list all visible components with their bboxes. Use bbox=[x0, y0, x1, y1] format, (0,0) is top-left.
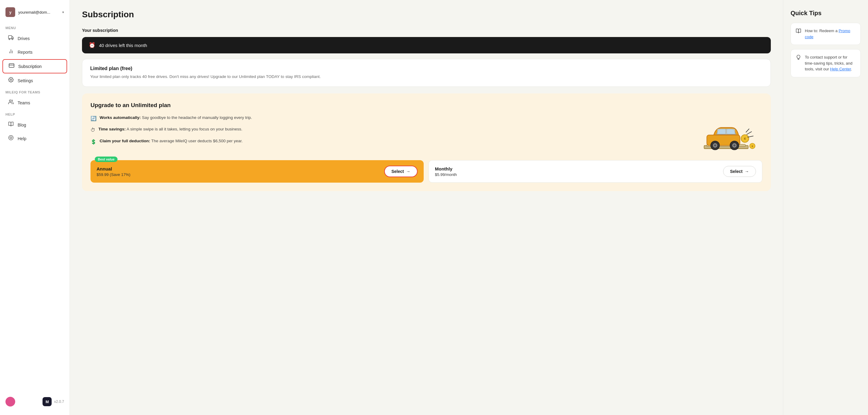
help-center-link[interactable]: Help Center bbox=[830, 67, 851, 71]
limited-plan-card: Limited plan (free) Your limited plan on… bbox=[82, 59, 771, 87]
menu-section-label: Menu bbox=[0, 23, 69, 32]
svg-line-25 bbox=[747, 132, 751, 134]
sidebar-footer: M v2.0.7 bbox=[0, 393, 69, 410]
quick-tips-title: Quick Tips bbox=[790, 10, 861, 17]
monthly-select-label: Select bbox=[730, 169, 743, 174]
user-header[interactable]: y youremail@dom... ▾ bbox=[0, 5, 69, 23]
sidebar-item-subscription[interactable]: Subscription bbox=[2, 59, 67, 73]
upgrade-illustration: ¢ ¢ bbox=[695, 115, 762, 154]
best-value-badge: Best value bbox=[95, 157, 118, 162]
sidebar-item-label: Help bbox=[18, 136, 26, 141]
tip-card-support: To contact support or for time-saving ti… bbox=[790, 49, 861, 77]
teams-section-label: MileIQ for Teams bbox=[0, 88, 69, 96]
sidebar-item-reports[interactable]: Reports bbox=[2, 45, 67, 59]
promo-code-link[interactable]: Promo code bbox=[805, 29, 850, 39]
main-content: Subscription Your subscription ⏰ 40 driv… bbox=[70, 0, 783, 415]
sidebar-item-teams[interactable]: Teams bbox=[2, 96, 67, 109]
svg-point-10 bbox=[9, 136, 13, 140]
annual-plan-price: $59.99 (Save 17%) bbox=[97, 172, 130, 177]
svg-rect-6 bbox=[9, 64, 14, 67]
clock-icon: ⏰ bbox=[89, 42, 95, 48]
deduction-icon: 💲 bbox=[91, 138, 97, 145]
sidebar-item-blog[interactable]: Blog bbox=[2, 118, 67, 131]
svg-point-8 bbox=[10, 79, 12, 81]
monthly-pricing-info: Monthly $5.99/month bbox=[435, 166, 457, 177]
version-text: v2.0.7 bbox=[54, 400, 64, 404]
annual-select-label: Select bbox=[392, 169, 404, 174]
upgrade-body: 🔄 Works automatically: Say goodbye to th… bbox=[91, 115, 762, 154]
time-icon: ⏱ bbox=[91, 127, 95, 134]
sidebar-item-label: Teams bbox=[18, 100, 30, 105]
svg-point-2 bbox=[12, 38, 13, 40]
upgrade-features: 🔄 Works automatically: Say goodbye to th… bbox=[91, 115, 688, 149]
arrow-right-icon: → bbox=[745, 169, 749, 174]
svg-point-19 bbox=[714, 144, 716, 146]
feature-text: Claim your full deduction: The average M… bbox=[100, 138, 243, 144]
pricing-options: Best value Annual $59.99 (Save 17%) Sele… bbox=[91, 160, 762, 183]
annual-pricing-info: Annual $59.99 (Save 17%) bbox=[97, 166, 130, 177]
lightbulb-icon bbox=[796, 55, 801, 63]
feature-item-auto: 🔄 Works automatically: Say goodbye to th… bbox=[91, 115, 688, 122]
sidebar-item-drives[interactable]: Drives bbox=[2, 32, 67, 45]
upgrade-card: Upgrade to an Unlimited plan 🔄 Works aut… bbox=[82, 94, 771, 191]
avatar: y bbox=[5, 7, 15, 17]
help-section-label: Help bbox=[0, 109, 69, 118]
chevron-down-icon: ▾ bbox=[62, 10, 64, 14]
auto-icon: 🔄 bbox=[91, 115, 97, 122]
svg-point-11 bbox=[10, 137, 12, 139]
svg-point-9 bbox=[9, 100, 11, 102]
feature-text: Time savings: A simple swipe is all it t… bbox=[98, 126, 242, 132]
sidebar-item-label: Drives bbox=[18, 36, 30, 41]
sidebar-item-label: Reports bbox=[18, 50, 32, 55]
annual-plan-name: Annual bbox=[97, 166, 130, 171]
svg-rect-16 bbox=[727, 129, 735, 134]
page-title: Subscription bbox=[82, 10, 771, 20]
drives-banner-text: 40 drives left this month bbox=[99, 43, 147, 48]
svg-rect-15 bbox=[717, 129, 725, 134]
app-version: M v2.0.7 bbox=[42, 397, 64, 406]
svg-line-27 bbox=[746, 129, 749, 132]
limited-plan-description: Your limited plan only tracks 40 free dr… bbox=[90, 74, 763, 80]
help-icon bbox=[8, 135, 14, 142]
sidebar-item-help[interactable]: Help bbox=[2, 132, 67, 145]
feature-item-time: ⏱ Time savings: A simple swipe is all it… bbox=[91, 126, 688, 134]
monthly-plan-name: Monthly bbox=[435, 166, 457, 171]
app-logo: M bbox=[42, 397, 52, 406]
svg-text:¢: ¢ bbox=[744, 137, 746, 140]
reports-icon bbox=[8, 48, 14, 56]
arrow-right-icon: → bbox=[406, 169, 410, 174]
settings-icon bbox=[8, 77, 14, 84]
sidebar-item-label: Settings bbox=[18, 78, 33, 83]
monthly-plan-price: $5.99/month bbox=[435, 172, 457, 177]
tip-text: To contact support or for time-saving ti… bbox=[805, 54, 856, 72]
annual-plan-card: Best value Annual $59.99 (Save 17%) Sele… bbox=[91, 160, 424, 183]
blog-icon bbox=[8, 122, 14, 128]
svg-point-1 bbox=[9, 38, 10, 40]
tip-card-promo: How to: Redeem a Promo code bbox=[790, 23, 861, 45]
feature-item-deduction: 💲 Claim your full deduction: The average… bbox=[91, 138, 688, 145]
your-subscription-label: Your subscription bbox=[82, 28, 771, 33]
sidebar-item-settings[interactable]: Settings bbox=[2, 74, 67, 87]
limited-plan-title: Limited plan (free) bbox=[90, 66, 763, 71]
sidebar-item-label: Subscription bbox=[18, 64, 41, 69]
monthly-select-button[interactable]: Select → bbox=[723, 166, 756, 177]
svg-point-22 bbox=[734, 144, 736, 146]
annual-select-button[interactable]: Select → bbox=[384, 166, 417, 177]
right-panel: Quick Tips How to: Redeem a Promo code T… bbox=[783, 0, 868, 415]
monthly-plan-card: Monthly $5.99/month Select → bbox=[429, 160, 762, 183]
feature-text: Works automatically: Say goodbye to the … bbox=[100, 115, 252, 121]
sidebar-item-label: Blog bbox=[18, 123, 26, 128]
upgrade-title: Upgrade to an Unlimited plan bbox=[91, 102, 762, 109]
tip-text: How to: Redeem a Promo code bbox=[805, 28, 856, 40]
svg-rect-0 bbox=[8, 35, 12, 38]
drives-icon bbox=[8, 35, 14, 42]
user-email: youremail@dom... bbox=[18, 10, 59, 14]
book-icon bbox=[796, 28, 801, 36]
profile-avatar[interactable] bbox=[5, 397, 15, 407]
sidebar: y youremail@dom... ▾ Menu Drives Reports bbox=[0, 0, 70, 415]
teams-icon bbox=[8, 99, 14, 106]
drives-banner: ⏰ 40 drives left this month bbox=[82, 37, 771, 54]
subscription-icon bbox=[8, 63, 14, 70]
svg-text:¢: ¢ bbox=[752, 145, 753, 148]
